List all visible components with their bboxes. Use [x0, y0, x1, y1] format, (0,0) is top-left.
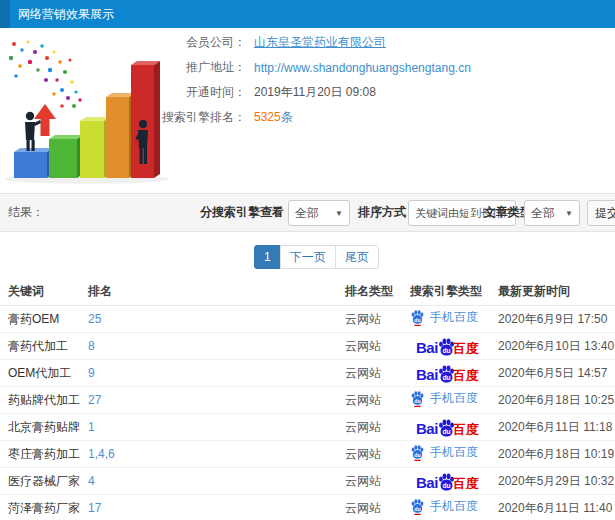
svg-text:du: du: [442, 373, 450, 380]
mobile-baidu-logo: du手机百度: [410, 498, 478, 515]
rank-type-cell: 云网站: [345, 338, 410, 355]
baidu-logo-name: 百度: [453, 342, 479, 355]
baidu-logo-bai: Bai: [416, 340, 438, 355]
mobile-baidu-logo: du手机百度: [410, 444, 478, 461]
rank-link[interactable]: 27: [88, 393, 345, 407]
engine-filter-value: 全部: [295, 205, 319, 222]
engine-type-cell: Baidu百度: [410, 337, 498, 356]
results-table-header: 关键词 排名 排名类型 搜索引擎类型 最新更新时间: [0, 278, 615, 306]
marketing-report-page: 网络营销效果展示: [0, 0, 615, 520]
updated-cell: 2020年5月29日 10:32: [498, 473, 615, 490]
page-title-bar: 网络营销效果展示: [0, 0, 615, 28]
open-time-value: 2019年11月20日 09:08: [254, 84, 376, 101]
table-row: 膏药代加工8云网站Baidu百度2020年6月10日 13:40: [0, 333, 615, 360]
results-table-body: 膏药OEM25云网站du手机百度2020年6月9日 17:50膏药代加工8云网站…: [0, 306, 615, 520]
keyword-cell: 枣庄膏药加工: [8, 446, 88, 463]
promo-url-row: 推广地址： http://www.shandonghuangshengtang.…: [160, 55, 615, 80]
mobile-baidu-label: 手机百度: [430, 390, 478, 407]
last-page-button[interactable]: 尾页: [335, 245, 379, 269]
svg-text:du: du: [414, 451, 420, 457]
baidu-paw-icon: du: [410, 390, 425, 407]
mobile-baidu-label: 手机百度: [430, 309, 478, 326]
engine-type-cell: du手机百度: [410, 309, 498, 329]
title-bar-left-edge: [0, 0, 10, 28]
keyword-cell: 膏药OEM: [8, 311, 88, 328]
baidu-logo-bai: Bai: [416, 367, 438, 382]
mobile-baidu-label: 手机百度: [430, 498, 478, 515]
rank-type-cell: 云网站: [345, 365, 410, 382]
member-company-row: 会员公司： 山东皇圣堂药业有限公司: [160, 30, 615, 55]
keyword-cell: 药贴牌代加工: [8, 392, 88, 409]
confetti-dots: [9, 40, 82, 108]
table-row: 医疗器械厂家4云网站Baidu百度2020年5月29日 10:32: [0, 468, 615, 495]
baidu-paw-icon: du: [410, 498, 425, 515]
engine-type-cell: Baidu百度: [410, 472, 498, 491]
open-time-label: 开通时间：: [160, 84, 246, 101]
member-company-link[interactable]: 山东皇圣堂药业有限公司: [254, 34, 386, 51]
updated-cell: 2020年6月11日 11:40: [498, 500, 615, 517]
rank-link[interactable]: 17: [88, 501, 345, 515]
page-1-button[interactable]: 1: [254, 245, 281, 269]
up-arrow-icon: [34, 104, 56, 136]
mobile-baidu-logo: du手机百度: [410, 390, 478, 407]
engine-filter-select[interactable]: 全部 ▼: [288, 200, 350, 226]
baidu-logo: Baidu百度: [416, 364, 479, 382]
keyword-cell: OEM代加工: [8, 365, 88, 382]
engine-type-cell: du手机百度: [410, 390, 498, 410]
baidu-logo: Baidu百度: [416, 337, 479, 355]
rank-link[interactable]: 25: [88, 312, 345, 326]
engine-type-cell: Baidu百度: [410, 418, 498, 437]
member-company-label: 会员公司：: [160, 34, 246, 51]
svg-text:du: du: [442, 427, 450, 434]
svg-text:du: du: [414, 397, 420, 403]
filter-bar: 结果： 分搜索引擎查看 全部 ▼ 排序方式 关键词由短到长排序 ▼ 文章类型 全…: [0, 193, 615, 232]
chevron-down-icon: ▼: [565, 209, 573, 218]
rank-link[interactable]: 1,4,6: [88, 447, 345, 461]
engine-rank-value: 5325条: [254, 109, 293, 126]
result-label: 结果：: [8, 194, 44, 231]
bar-orange: [106, 93, 135, 178]
baidu-logo: Baidu百度: [416, 472, 479, 490]
engine-rank-unit: 条: [281, 110, 293, 124]
rank-link[interactable]: 4: [88, 474, 345, 488]
updated-cell: 2020年6月5日 14:57: [498, 365, 615, 382]
article-type-select[interactable]: 全部 ▼: [524, 200, 580, 226]
keyword-cell: 膏药代加工: [8, 338, 88, 355]
rank-link[interactable]: 8: [88, 339, 345, 353]
chevron-down-icon: ▼: [335, 209, 343, 218]
open-time-row: 开通时间： 2019年11月20日 09:08: [160, 80, 615, 105]
next-page-button[interactable]: 下一页: [280, 245, 336, 269]
rank-link[interactable]: 1: [88, 420, 345, 434]
submit-button[interactable]: 提交: [587, 200, 615, 226]
table-row: 菏泽膏药厂家17云网站du手机百度2020年6月11日 11:40: [0, 495, 615, 520]
rank-type-cell: 云网站: [345, 473, 410, 490]
baidu-paw-icon: du: [410, 444, 425, 461]
engine-rank-label: 搜索引擎排名：: [160, 109, 246, 126]
baidu-paw-icon: du: [410, 309, 425, 326]
engine-rank-count: 5325: [254, 110, 281, 124]
page-title: 网络营销效果展示: [18, 6, 114, 23]
member-info: 会员公司： 山东皇圣堂药业有限公司 推广地址： http://www.shand…: [160, 30, 615, 130]
baidu-logo-bai: Bai: [416, 475, 438, 490]
bar-yellow: [80, 117, 110, 178]
pagination: 1 下一页 尾页: [254, 245, 379, 269]
keyword-cell: 医疗器械厂家: [8, 473, 88, 490]
table-row: 枣庄膏药加工1,4,6云网站du手机百度2020年6月18日 10:19: [0, 441, 615, 468]
rank-type-cell: 云网站: [345, 419, 410, 436]
promo-url-link[interactable]: http://www.shandonghuangshengtang.cn: [254, 61, 471, 75]
baidu-logo-name: 百度: [453, 369, 479, 382]
table-row: 膏药OEM25云网站du手机百度2020年6月9日 17:50: [0, 306, 615, 333]
rank-link[interactable]: 9: [88, 366, 345, 380]
keyword-cell: 北京膏药贴牌: [8, 419, 88, 436]
engine-rank-row: 搜索引擎排名： 5325条: [160, 105, 615, 130]
engine-type-cell: du手机百度: [410, 498, 498, 518]
keyword-cell: 菏泽膏药厂家: [8, 500, 88, 517]
engine-type-cell: du手机百度: [410, 444, 498, 464]
header-rank-type: 排名类型: [345, 283, 410, 300]
updated-cell: 2020年6月11日 11:18: [498, 419, 615, 436]
mobile-baidu-label: 手机百度: [430, 444, 478, 461]
rank-type-cell: 云网站: [345, 446, 410, 463]
bar-green: [49, 135, 83, 178]
results-table: 关键词 排名 排名类型 搜索引擎类型 最新更新时间 膏药OEM25云网站du手机…: [0, 278, 615, 520]
header-updated: 最新更新时间: [498, 283, 615, 300]
